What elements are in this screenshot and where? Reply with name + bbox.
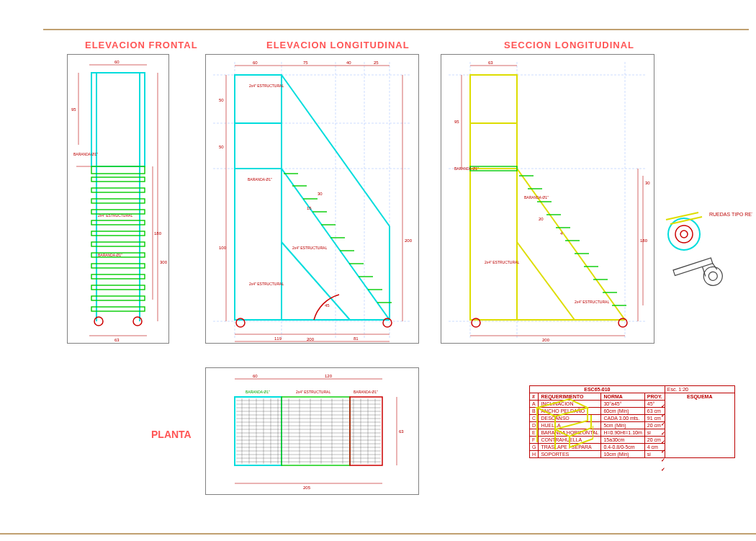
svg-text:2x4" ESTRUCTURAL: 2x4" ESTRUCTURAL	[249, 84, 284, 88]
svg-text:100: 100	[219, 246, 227, 250]
svg-text:BARANDA Ø1": BARANDA Ø1"	[524, 195, 549, 200]
svg-rect-18	[91, 264, 145, 268]
svg-text:60: 60	[253, 61, 258, 65]
svg-text:180: 180	[640, 238, 648, 243]
panel-planta: 60 120 BARANDA Ø1" 2x4" ESTRUCTURAL BARA…	[205, 367, 419, 495]
svg-text:180: 180	[154, 231, 162, 236]
svg-text:45: 45	[325, 303, 330, 308]
svg-text:30: 30	[318, 192, 323, 196]
panel-seccion: 63 BARANDA Ø1" BARANDA Ø1" 2x4" ESTRUCTU…	[441, 54, 654, 344]
svg-text:BARANDA Ø1": BARANDA Ø1"	[98, 253, 122, 257]
svg-text:60: 60	[114, 60, 120, 64]
svg-line-102	[517, 242, 575, 320]
svg-rect-10	[91, 177, 145, 182]
svg-rect-21	[91, 296, 145, 300]
svg-rect-5	[91, 166, 145, 174]
svg-text:75: 75	[303, 61, 308, 65]
title-frontal: ELEVACION FRONTAL	[85, 40, 198, 50]
svg-text:120: 120	[325, 374, 333, 378]
svg-rect-16	[91, 242, 145, 246]
svg-rect-156	[282, 397, 350, 465]
svg-line-54	[282, 242, 350, 320]
svg-text:2x4" ESTRUCTURAL: 2x4" ESTRUCTURAL	[292, 246, 327, 250]
svg-line-100	[517, 169, 625, 320]
svg-rect-157	[350, 397, 382, 465]
svg-text:20: 20	[539, 217, 544, 221]
svg-text:RUEDAS TIPO RETRÁCTILES DE SEG: RUEDAS TIPO RETRÁCTILES DE SEGURIDAD	[709, 211, 752, 217]
svg-text:15: 15	[307, 206, 312, 210]
svg-text:119: 119	[274, 336, 282, 341]
svg-text:200: 200	[307, 337, 315, 341]
svg-text:BARANDA Ø1": BARANDA Ø1"	[248, 177, 272, 182]
svg-text:2x4" ESTRUCTURAL: 2x4" ESTRUCTURAL	[575, 300, 609, 304]
svg-rect-11	[91, 188, 145, 192]
svg-text:300: 300	[160, 260, 168, 264]
svg-text:63: 63	[488, 61, 493, 65]
svg-point-147	[701, 264, 725, 288]
panel-frontal: 60 BARANDA Ø1" 2x4" ESTRUCTURAL BARANDA …	[67, 54, 169, 344]
svg-text:BARANDA Ø1": BARANDA Ø1"	[73, 152, 98, 156]
svg-text:2x4" ESTRUCTURAL: 2x4" ESTRUCTURAL	[296, 390, 330, 394]
svg-rect-14	[91, 220, 145, 225]
svg-text:25: 25	[374, 61, 379, 65]
svg-point-23	[94, 317, 103, 326]
check-column: ✓✓✓✓✓✓✓✓	[661, 402, 665, 474]
title-planta: PLANTA	[151, 429, 192, 440]
svg-point-24	[133, 317, 142, 326]
svg-rect-146	[673, 258, 713, 276]
svg-text:30: 30	[645, 181, 650, 185]
svg-text:40: 40	[346, 61, 351, 65]
svg-point-143	[680, 231, 688, 238]
svg-text:63: 63	[399, 429, 404, 434]
svg-rect-19	[91, 274, 145, 279]
svg-rect-155	[235, 397, 282, 465]
svg-text:BARANDA Ø1": BARANDA Ø1"	[454, 166, 479, 171]
spec-table: ESC65-010Esc. 1:20 #REQUERIMIENTONORMAPR…	[529, 385, 735, 458]
svg-text:95: 95	[454, 120, 459, 124]
title-long: ELEVACION LONGITUDINAL	[266, 40, 410, 50]
svg-text:200: 200	[542, 338, 550, 342]
svg-rect-15	[91, 231, 145, 236]
wheel-detail: RUEDAS TIPO RETRÁCTILES DE SEGURIDAD	[659, 198, 752, 328]
svg-text:BARANDA Ø1": BARANDA Ø1"	[354, 390, 378, 394]
panel-long: 60 75 40 25 2x4" ESTRUCTURAL BARANDA Ø1"…	[205, 54, 419, 344]
svg-rect-12	[91, 199, 145, 203]
svg-text:2x4" ESTRUCTURAL: 2x4" ESTRUCTURAL	[485, 260, 519, 264]
svg-text:95: 95	[71, 107, 76, 112]
svg-text:200: 200	[405, 238, 413, 243]
svg-text:50: 50	[219, 145, 224, 149]
esquema-cell: ESQUEMA	[665, 393, 734, 458]
svg-rect-97	[470, 75, 517, 320]
svg-text:205: 205	[303, 486, 311, 490]
svg-text:BARANDA Ø1": BARANDA Ø1"	[246, 390, 270, 394]
title-seccion: SECCION LONGITUDINAL	[504, 40, 634, 50]
svg-rect-22	[91, 307, 145, 311]
svg-point-148	[708, 271, 719, 282]
svg-text:50: 50	[219, 98, 224, 102]
svg-text:81: 81	[354, 336, 359, 341]
svg-rect-20	[91, 285, 145, 290]
svg-text:60: 60	[253, 374, 258, 378]
svg-rect-2	[91, 73, 145, 166]
svg-point-142	[675, 225, 693, 243]
svg-text:63: 63	[114, 338, 120, 342]
svg-text:2x4" ESTRUCTURAL: 2x4" ESTRUCTURAL	[249, 282, 284, 286]
